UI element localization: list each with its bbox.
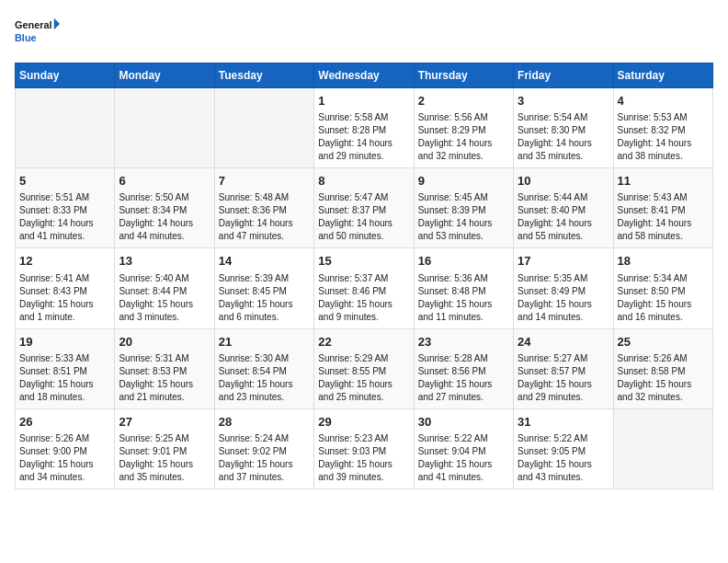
logo: General Blue: [15, 15, 61, 52]
day-info: Daylight: 14 hours: [418, 217, 509, 230]
day-info: and 39 minutes.: [318, 471, 409, 484]
day-number: 31: [518, 414, 609, 431]
day-info: Sunset: 9:05 PM: [518, 445, 609, 458]
day-info: Daylight: 14 hours: [618, 217, 709, 230]
day-info: and 14 minutes.: [518, 311, 609, 324]
day-number: 5: [19, 173, 110, 190]
day-info: and 53 minutes.: [418, 230, 509, 243]
day-info: Daylight: 15 hours: [318, 458, 409, 471]
day-info: Sunset: 8:28 PM: [318, 124, 409, 137]
day-info: and 44 minutes.: [119, 230, 210, 243]
day-number: 26: [19, 414, 110, 431]
calendar-header: SundayMondayTuesdayWednesdayThursdayFrid…: [16, 63, 713, 88]
day-info: Sunrise: 5:24 AM: [219, 432, 310, 445]
day-info: Sunrise: 5:33 AM: [19, 352, 110, 365]
day-info: Sunset: 8:30 PM: [518, 124, 609, 137]
day-info: Sunset: 8:44 PM: [119, 285, 210, 298]
day-info: Sunset: 8:53 PM: [119, 365, 210, 378]
calendar-cell: [214, 88, 313, 168]
day-info: Sunrise: 5:31 AM: [119, 352, 210, 365]
svg-text:General: General: [15, 19, 52, 30]
day-number: 12: [19, 253, 110, 270]
day-number: 9: [418, 173, 509, 190]
day-info: and 9 minutes.: [318, 311, 409, 324]
day-info: Daylight: 14 hours: [318, 137, 409, 150]
calendar-cell: 5Sunrise: 5:51 AMSunset: 8:33 PMDaylight…: [16, 168, 115, 248]
calendar-cell: 22Sunrise: 5:29 AMSunset: 8:55 PMDayligh…: [314, 328, 414, 408]
day-info: Daylight: 14 hours: [518, 137, 609, 150]
day-info: Sunset: 8:57 PM: [518, 365, 609, 378]
day-info: Sunset: 8:43 PM: [19, 285, 110, 298]
calendar-cell: [115, 88, 214, 168]
day-header-sunday: Sunday: [16, 63, 115, 88]
day-info: Sunrise: 5:44 AM: [518, 191, 609, 204]
calendar-cell: 24Sunrise: 5:27 AMSunset: 8:57 PMDayligh…: [514, 328, 613, 408]
day-info: Sunset: 8:40 PM: [518, 204, 609, 217]
day-info: Sunset: 8:36 PM: [219, 204, 310, 217]
calendar-body: 1Sunrise: 5:58 AMSunset: 8:28 PMDaylight…: [16, 88, 713, 489]
day-info: Sunrise: 5:54 AM: [518, 111, 609, 124]
day-number: 20: [119, 334, 210, 350]
day-info: Sunrise: 5:48 AM: [219, 191, 310, 204]
day-number: 15: [318, 253, 409, 270]
day-info: Sunrise: 5:22 AM: [518, 432, 609, 445]
calendar-cell: 14Sunrise: 5:39 AMSunset: 8:45 PMDayligh…: [214, 248, 313, 328]
day-info: Daylight: 14 hours: [418, 137, 509, 150]
day-info: and 50 minutes.: [318, 230, 409, 243]
page-header: General Blue: [15, 15, 713, 52]
day-info: Sunset: 8:55 PM: [318, 365, 409, 378]
day-info: Daylight: 15 hours: [219, 378, 310, 391]
day-info: Sunset: 8:58 PM: [618, 365, 709, 378]
svg-marker-2: [54, 18, 60, 30]
calendar-cell: 15Sunrise: 5:37 AMSunset: 8:46 PMDayligh…: [314, 248, 414, 328]
calendar-cell: 18Sunrise: 5:34 AMSunset: 8:50 PMDayligh…: [613, 248, 712, 328]
calendar-cell: 12Sunrise: 5:41 AMSunset: 8:43 PMDayligh…: [16, 248, 115, 328]
day-info: Sunset: 8:48 PM: [418, 285, 509, 298]
day-info: Sunrise: 5:30 AM: [219, 352, 310, 365]
day-number: 13: [119, 253, 210, 270]
calendar-cell: 16Sunrise: 5:36 AMSunset: 8:48 PMDayligh…: [414, 248, 513, 328]
calendar-cell: 26Sunrise: 5:26 AMSunset: 9:00 PMDayligh…: [16, 408, 115, 488]
day-number: 10: [518, 173, 609, 190]
day-number: 11: [618, 173, 709, 190]
day-info: Daylight: 15 hours: [119, 298, 210, 311]
day-info: and 35 minutes.: [119, 471, 210, 484]
day-info: and 43 minutes.: [518, 471, 609, 484]
day-info: Sunrise: 5:40 AM: [119, 272, 210, 285]
day-info: Daylight: 15 hours: [318, 298, 409, 311]
calendar-cell: 8Sunrise: 5:47 AMSunset: 8:37 PMDaylight…: [314, 168, 414, 248]
day-number: 4: [618, 93, 709, 109]
day-number: 28: [219, 414, 310, 431]
day-info: Sunrise: 5:43 AM: [618, 191, 709, 204]
day-info: and 55 minutes.: [518, 230, 609, 243]
day-info: Sunrise: 5:36 AM: [418, 272, 509, 285]
day-header-tuesday: Tuesday: [214, 63, 313, 88]
day-info: Daylight: 15 hours: [119, 458, 210, 471]
day-info: Sunset: 9:00 PM: [19, 445, 110, 458]
day-info: and 11 minutes.: [418, 311, 509, 324]
calendar-cell: 20Sunrise: 5:31 AMSunset: 8:53 PMDayligh…: [115, 328, 214, 408]
day-info: Daylight: 15 hours: [19, 378, 110, 391]
day-info: and 6 minutes.: [219, 311, 310, 324]
calendar-cell: 31Sunrise: 5:22 AMSunset: 9:05 PMDayligh…: [514, 408, 613, 488]
day-number: 25: [618, 334, 709, 350]
day-info: and 18 minutes.: [19, 391, 110, 404]
day-info: and 58 minutes.: [618, 230, 709, 243]
day-info: and 41 minutes.: [19, 230, 110, 243]
calendar-cell: 19Sunrise: 5:33 AMSunset: 8:51 PMDayligh…: [16, 328, 115, 408]
day-number: 17: [518, 253, 609, 270]
day-info: Daylight: 15 hours: [318, 378, 409, 391]
day-info: Sunrise: 5:27 AM: [518, 352, 609, 365]
day-info: and 29 minutes.: [518, 391, 609, 404]
day-info: and 35 minutes.: [518, 150, 609, 163]
day-info: and 29 minutes.: [318, 150, 409, 163]
day-info: Sunset: 9:01 PM: [119, 445, 210, 458]
calendar-week-1: 1Sunrise: 5:58 AMSunset: 8:28 PMDaylight…: [16, 88, 713, 168]
calendar-cell: 4Sunrise: 5:53 AMSunset: 8:32 PMDaylight…: [613, 88, 712, 168]
day-header-monday: Monday: [115, 63, 214, 88]
svg-text:Blue: Blue: [15, 32, 37, 43]
calendar-cell: 1Sunrise: 5:58 AMSunset: 8:28 PMDaylight…: [314, 88, 414, 168]
day-info: and 23 minutes.: [219, 391, 310, 404]
day-info: Sunrise: 5:25 AM: [119, 432, 210, 445]
day-number: 27: [119, 414, 210, 431]
